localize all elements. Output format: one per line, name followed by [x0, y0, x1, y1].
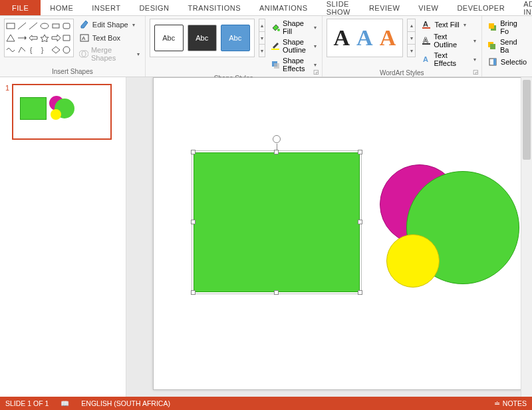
text-effects-button[interactable]: A Text Effects▾ — [420, 51, 477, 68]
resize-handle-br[interactable] — [358, 290, 362, 295]
status-slide-indicator[interactable]: SLIDE 1 OF 1 — [5, 399, 49, 407]
selection-pane-button[interactable]: Selectio — [486, 56, 528, 68]
edit-shape-button[interactable]: Edit Shape▾ — [78, 19, 141, 31]
wa-gallery-up-icon[interactable]: ▴ — [408, 19, 415, 32]
notes-label: NOTES — [503, 399, 527, 407]
wa-gallery-more-icon[interactable]: ▾ — [408, 45, 415, 57]
tab-transitions[interactable]: TRANSITIONS — [179, 0, 250, 15]
slide-thumbnails-panel: 1 — [0, 77, 126, 397]
text-outline-icon: A — [421, 35, 431, 46]
svg-marker-6 — [7, 35, 15, 41]
gallery-more-icon[interactable]: ▾ — [259, 45, 265, 57]
gallery-down-icon[interactable]: ▾ — [259, 32, 265, 45]
tab-add-ins[interactable]: ADD-INS — [514, 0, 532, 15]
svg-rect-5 — [63, 23, 70, 29]
tab-slide-show[interactable]: SLIDE SHOW — [317, 0, 360, 15]
status-bar: SLIDE 1 OF 1 📖 ENGLISH (SOUTH AFRICA) ≐ … — [0, 397, 532, 410]
send-backward-button[interactable]: Send Ba — [486, 37, 528, 55]
bring-forward-label: Bring Fo — [500, 19, 527, 35]
svg-rect-34 — [490, 44, 495, 49]
group-shape-styles: Abc Abc Abc ▴ ▾ ▾ Shape Fill▾ Shape Outl… — [146, 16, 323, 77]
style-swatch-2[interactable]: Abc — [188, 25, 217, 51]
wordart-gallery-nav: ▴ ▾ ▾ — [407, 19, 416, 57]
vertical-scrollbar[interactable] — [521, 77, 532, 397]
dialog-launcher-wa-icon[interactable]: ◲ — [473, 69, 479, 75]
svg-rect-29 — [422, 43, 430, 45]
resize-handle-r[interactable] — [358, 220, 362, 224]
resize-handle-l[interactable] — [191, 220, 196, 224]
tab-design[interactable]: DESIGN — [130, 0, 178, 15]
shape-outline-button[interactable]: Shape Outline▾ — [269, 37, 317, 55]
wordart-sample-2[interactable]: A — [356, 27, 373, 49]
selected-rectangle-shape[interactable] — [194, 152, 360, 292]
edit-shape-icon — [79, 19, 90, 30]
wordart-sample-1[interactable]: A — [334, 27, 350, 49]
circle-shape-yellow[interactable] — [386, 234, 440, 288]
merge-shapes-button[interactable]: Merge Shapes▾ — [78, 45, 141, 63]
group-label-wordart-styles: WordArt Styles — [327, 68, 477, 77]
shape-effects-button[interactable]: Shape Effects▾ — [269, 56, 317, 73]
thumbnail-number: 1 — [5, 84, 9, 140]
ribbon-tabs: FILE HOME INSERT DESIGN TRANSITIONS ANIM… — [0, 0, 532, 16]
tab-file[interactable]: FILE — [0, 0, 41, 15]
book-icon: 📖 — [61, 399, 69, 408]
svg-text:A: A — [82, 35, 86, 41]
svg-rect-23 — [271, 49, 279, 50]
svg-rect-0 — [7, 23, 15, 29]
resize-handle-b[interactable] — [274, 290, 279, 295]
text-fill-icon: A — [421, 19, 432, 30]
tab-developer[interactable]: DEVELOPER — [448, 0, 514, 15]
shape-effects-label: Shape Effects — [283, 57, 309, 73]
svg-text:A: A — [423, 55, 428, 63]
resize-handle-t[interactable] — [274, 150, 279, 154]
resize-handle-tr[interactable] — [358, 150, 362, 154]
resize-handle-bl[interactable] — [191, 290, 196, 295]
status-language[interactable]: ENGLISH (SOUTH AFRICA) — [81, 399, 170, 407]
gallery-up-icon[interactable]: ▴ — [259, 19, 265, 32]
shape-gallery[interactable]: { } — [4, 19, 74, 57]
selection-bounding-box — [192, 150, 362, 294]
tab-animations[interactable]: ANIMATIONS — [250, 0, 317, 15]
notes-button[interactable]: ≐ NOTES — [494, 399, 527, 407]
tab-review[interactable]: REVIEW — [360, 0, 409, 15]
merge-shapes-label: Merge Shapes — [91, 46, 133, 62]
wordart-sample-3[interactable]: A — [380, 27, 396, 49]
svg-marker-9 — [29, 35, 37, 41]
svg-marker-17 — [81, 21, 88, 28]
slide-thumbnail-1[interactable] — [12, 84, 112, 140]
send-backward-label: Send Ba — [500, 38, 527, 54]
style-swatch-3[interactable]: Abc — [221, 25, 250, 51]
slide[interactable] — [153, 77, 532, 390]
text-outline-button[interactable]: A Text Outline▾ — [420, 32, 477, 49]
text-fill-button[interactable]: A Text Fill▾ — [420, 19, 477, 31]
thumb-rect — [20, 97, 47, 120]
style-swatch-1[interactable]: Abc — [154, 25, 184, 51]
rotate-handle[interactable] — [273, 135, 281, 143]
svg-rect-32 — [489, 23, 494, 29]
tab-home[interactable]: HOME — [41, 0, 82, 15]
wa-gallery-down-icon[interactable]: ▾ — [408, 32, 415, 45]
tab-view[interactable]: VIEW — [409, 0, 448, 15]
status-spellcheck[interactable]: 📖 — [61, 399, 69, 408]
shape-style-gallery[interactable]: Abc Abc Abc — [150, 19, 255, 57]
slide-canvas-area[interactable] — [126, 77, 532, 397]
workspace: 1 — [0, 77, 532, 397]
text-box-button[interactable]: A Text Box — [78, 32, 141, 44]
wordart-gallery[interactable]: A A A — [327, 19, 404, 57]
group-arrange: Bring Fo Send Ba Selectio — [482, 16, 532, 77]
resize-handle-tl[interactable] — [191, 150, 196, 154]
bring-forward-button[interactable]: Bring Fo — [486, 19, 528, 36]
dialog-launcher-icon[interactable]: ◲ — [313, 69, 319, 75]
tab-insert[interactable]: INSERT — [82, 0, 130, 15]
svg-line-1 — [18, 23, 26, 29]
merge-shapes-icon — [79, 49, 88, 59]
svg-rect-25 — [274, 63, 279, 69]
edit-shape-label: Edit Shape — [92, 21, 128, 29]
shape-fill-button[interactable]: Shape Fill▾ — [269, 19, 317, 36]
group-insert-shapes: { } Edit Shape▾ A Text Box Merge Shapes▾ — [0, 16, 146, 77]
text-outline-label: Text Outline — [434, 33, 469, 49]
svg-marker-12 — [63, 35, 70, 41]
send-backward-icon — [487, 41, 497, 51]
scrollbar-thumb[interactable] — [523, 80, 531, 160]
effects-icon — [271, 59, 280, 70]
